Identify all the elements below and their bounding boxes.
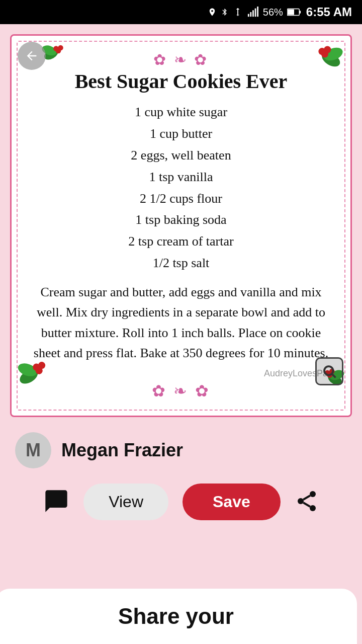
clock: 6:55 AM (306, 5, 352, 19)
status-icons: 56% (208, 7, 301, 18)
recipe-title: Best Sugar Cookies Ever (27, 69, 335, 94)
visual-search-button[interactable] (315, 357, 343, 385)
ingredient-item: 2 eggs, well beaten (27, 145, 335, 167)
svg-point-22 (36, 367, 43, 374)
ingredient-item: 1 cup white sugar (27, 102, 335, 123)
recipe-card: ✿ ❧ ✿ Best Sugar Cookies Ever 1 cup whit… (10, 34, 352, 417)
view-button[interactable]: View (83, 484, 168, 520)
svg-rect-2 (252, 10, 254, 17)
action-bar: View Save (10, 484, 352, 520)
data-icon (233, 7, 243, 18)
svg-point-28 (324, 366, 333, 375)
ingredient-item: 1 tsp baking soda (27, 209, 335, 231)
svg-line-33 (303, 503, 310, 507)
instructions-text: Cream sugar and butter, add eggs and van… (27, 282, 335, 363)
svg-rect-1 (250, 12, 251, 17)
ingredient-item: 1 tsp vanilla (27, 167, 335, 188)
comment-button[interactable] (43, 488, 69, 516)
battery-percentage: 56% (263, 7, 283, 18)
svg-line-29 (332, 374, 336, 378)
search-icon (322, 364, 337, 379)
svg-point-17 (321, 50, 328, 57)
svg-point-32 (310, 505, 316, 511)
ingredient-item: 1/2 tsp salt (27, 253, 335, 274)
share-icon (295, 489, 319, 513)
share-button[interactable] (295, 489, 319, 515)
battery-icon (287, 8, 301, 17)
svg-rect-6 (288, 9, 294, 15)
main-content: ✿ ❧ ✿ Best Sugar Cookies Ever 1 cup whit… (0, 24, 362, 644)
svg-rect-3 (254, 9, 256, 17)
holly-top-right (304, 40, 344, 74)
status-bar: 56% 6:55 AM (0, 0, 362, 24)
back-arrow-icon (25, 49, 39, 63)
svg-rect-4 (257, 7, 258, 17)
svg-point-30 (310, 491, 316, 497)
svg-point-31 (298, 498, 304, 504)
user-section: M Megan Frazier (10, 432, 352, 468)
signal-icon (247, 7, 259, 18)
location-icon (208, 7, 217, 18)
svg-point-12 (56, 48, 61, 54)
share-panel: Share your (0, 589, 357, 644)
ingredient-item: 2 1/2 cups flour (27, 188, 335, 210)
ingredient-item: 1 cup butter (27, 123, 335, 145)
avatar[interactable]: M (15, 432, 51, 468)
attribution: AudreyLovesPa... (27, 368, 335, 379)
flourish-top: ✿ ❧ ✿ (27, 51, 335, 68)
share-panel-title: Share your (15, 604, 337, 629)
back-button[interactable] (18, 42, 46, 70)
ingredient-item: 2 tsp cream of tartar (27, 231, 335, 253)
user-name: Megan Frazier (61, 440, 183, 461)
comment-icon (43, 488, 69, 514)
svg-line-34 (303, 496, 310, 500)
svg-rect-7 (299, 11, 301, 14)
holly-bottom-left (18, 356, 58, 390)
ingredients-list: 1 cup white sugar 1 cup butter 2 eggs, w… (27, 102, 335, 274)
bluetooth-icon (221, 7, 229, 18)
svg-rect-0 (248, 14, 249, 17)
flourish-bottom: ✿ ❧ ✿ (27, 381, 335, 400)
holly-top-left (42, 40, 72, 67)
save-button[interactable]: Save (183, 484, 281, 520)
